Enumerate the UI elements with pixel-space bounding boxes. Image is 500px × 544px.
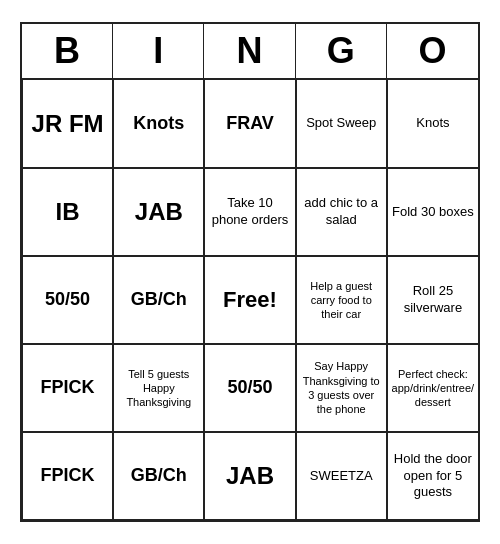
- bingo-cell-24: Hold the door open for 5 guests: [387, 432, 478, 520]
- bingo-card: BINGO JR FMKnotsFRAVSpot SweepKnotsIBJAB…: [20, 22, 480, 522]
- header-letter-b: B: [22, 24, 113, 78]
- header-letter-o: O: [387, 24, 478, 78]
- bingo-cell-8: add chic to a salad: [296, 168, 387, 256]
- bingo-cell-23: SWEETZA: [296, 432, 387, 520]
- bingo-cell-22: JAB: [204, 432, 295, 520]
- header-letter-g: G: [296, 24, 387, 78]
- bingo-cell-0: JR FM: [22, 80, 113, 168]
- bingo-cell-18: Say Happy Thanksgiving to 3 guests over …: [296, 344, 387, 432]
- bingo-cell-13: Help a guest carry food to their car: [296, 256, 387, 344]
- bingo-header: BINGO: [22, 24, 478, 80]
- bingo-cell-16: Tell 5 guests Happy Thanksgiving: [113, 344, 204, 432]
- bingo-cell-12: Free!: [204, 256, 295, 344]
- header-letter-i: I: [113, 24, 204, 78]
- bingo-cell-5: IB: [22, 168, 113, 256]
- bingo-cell-1: Knots: [113, 80, 204, 168]
- bingo-cell-20: FPICK: [22, 432, 113, 520]
- bingo-cell-17: 50/50: [204, 344, 295, 432]
- bingo-grid: JR FMKnotsFRAVSpot SweepKnotsIBJABTake 1…: [22, 80, 478, 520]
- bingo-cell-19: Perfect check: app/drink/entree/dessert: [387, 344, 478, 432]
- bingo-cell-15: FPICK: [22, 344, 113, 432]
- bingo-cell-9: Fold 30 boxes: [387, 168, 478, 256]
- bingo-cell-7: Take 10 phone orders: [204, 168, 295, 256]
- bingo-cell-2: FRAV: [204, 80, 295, 168]
- bingo-cell-6: JAB: [113, 168, 204, 256]
- header-letter-n: N: [204, 24, 295, 78]
- bingo-cell-10: 50/50: [22, 256, 113, 344]
- bingo-cell-11: GB/Ch: [113, 256, 204, 344]
- bingo-cell-21: GB/Ch: [113, 432, 204, 520]
- bingo-cell-14: Roll 25 silverware: [387, 256, 478, 344]
- bingo-cell-3: Spot Sweep: [296, 80, 387, 168]
- bingo-cell-4: Knots: [387, 80, 478, 168]
